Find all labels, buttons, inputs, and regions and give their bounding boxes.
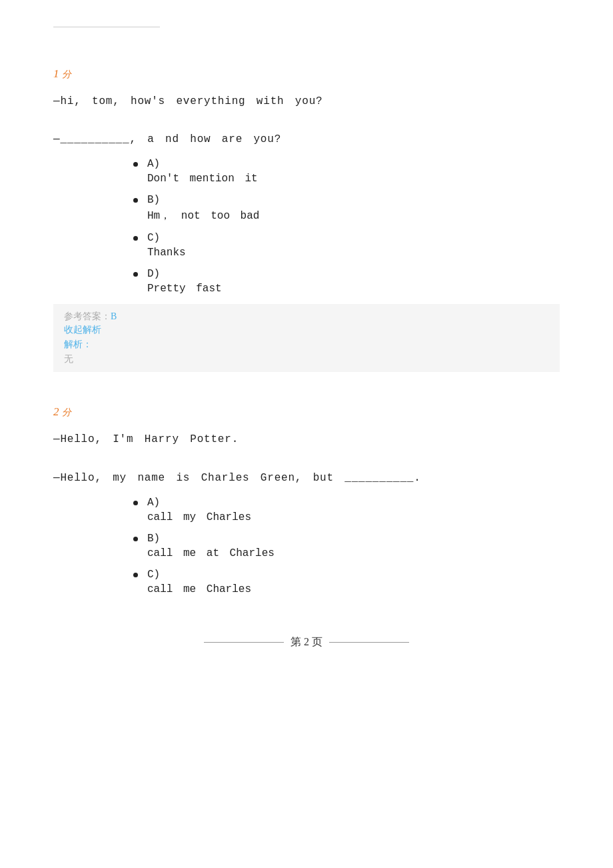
option-text-q1-1: Hm， not too bad — [147, 209, 259, 223]
option-label-q1-0: A) — [147, 158, 258, 170]
footer-line-left — [204, 642, 284, 643]
answer-line-q1: 参考答案：B — [64, 311, 549, 323]
analysis-label-q1: 解析： — [64, 339, 549, 351]
bullet-icon-q1-1 — [133, 198, 138, 203]
question-text-line1-q1: —hi, tom, how's everything with you? — [53, 93, 560, 111]
option-label-q1-2: C) — [147, 232, 186, 244]
option-text-q1-3: Pretty fast — [147, 283, 222, 295]
top-line — [53, 27, 160, 27]
option-item-q1-1[interactable]: B)Hm， not too bad — [133, 194, 560, 223]
question-text-line2-q2: —Hello, my name is Charles Green, but __… — [53, 469, 560, 487]
option-item-q2-1[interactable]: B)call me at Charles — [133, 533, 560, 559]
bullet-icon-q1-2 — [133, 236, 138, 241]
question-q1: 1 分—hi, tom, how's everything with you?—… — [53, 67, 560, 372]
bullet-icon-q1-3 — [133, 272, 138, 277]
option-text-q2-2: call me Charles — [147, 583, 251, 595]
bullet-icon-q2-0 — [133, 501, 138, 505]
analysis-content-q1: 无 — [64, 353, 549, 365]
answer-label-q1: 参考答案： — [64, 311, 111, 321]
option-item-q2-0[interactable]: A)call my Charles — [133, 497, 560, 523]
answer-section-q1: 参考答案：B收起解析解析：无 — [53, 304, 560, 372]
option-text-q2-0: call my Charles — [147, 511, 251, 523]
footer-line-right — [329, 642, 409, 643]
question-text-line1-q2: —Hello, I'm Harry Potter. — [53, 431, 560, 449]
option-label-q2-2: C) — [147, 569, 251, 581]
option-label-q1-1: B) — [147, 194, 259, 206]
option-item-q1-0[interactable]: A)Don't mention it — [133, 158, 560, 185]
option-text-q2-1: call me at Charles — [147, 547, 275, 559]
option-item-q1-2[interactable]: C)Thanks — [133, 232, 560, 259]
answer-value-q1: B — [111, 311, 117, 321]
question-number-q1: 1 分 — [53, 67, 560, 81]
option-text-q1-2: Thanks — [147, 247, 186, 259]
question-q2: 2 分—Hello, I'm Harry Potter.—Hello, my n… — [53, 405, 560, 595]
option-item-q2-2[interactable]: C)call me Charles — [133, 569, 560, 595]
options-list-q1: A)Don't mention itB)Hm， not too badC)Tha… — [53, 158, 560, 295]
question-number-q2: 2 分 — [53, 405, 560, 419]
option-label-q2-0: A) — [147, 497, 251, 509]
page-footer: 第 2 页 — [53, 635, 560, 649]
collapse-link-q1[interactable]: 收起解析 — [64, 324, 549, 336]
option-item-q1-3[interactable]: D)Pretty fast — [133, 268, 560, 295]
options-list-q2: A)call my CharlesB)call me at CharlesC)c… — [53, 497, 560, 595]
option-label-q2-1: B) — [147, 533, 275, 545]
bullet-icon-q2-1 — [133, 537, 138, 541]
option-label-q1-3: D) — [147, 268, 222, 280]
bullet-icon-q2-2 — [133, 573, 138, 577]
page-number-text: 第 2 页 — [291, 635, 322, 649]
question-text-line2-q1: —__________, a nd how are you? — [53, 131, 560, 149]
bullet-icon-q1-0 — [133, 162, 138, 167]
option-text-q1-0: Don't mention it — [147, 173, 258, 185]
